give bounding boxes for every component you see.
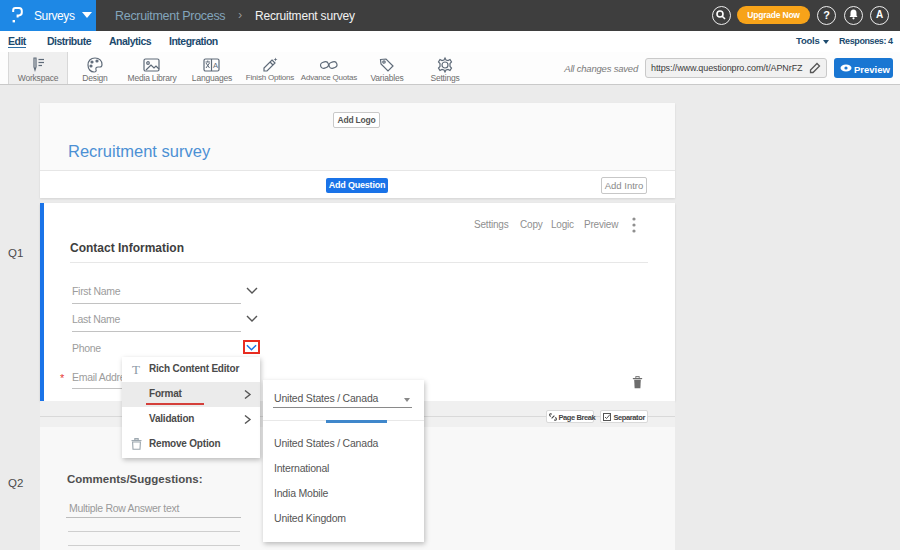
svg-text:T: T bbox=[132, 363, 140, 376]
svg-text:A: A bbox=[213, 61, 218, 70]
